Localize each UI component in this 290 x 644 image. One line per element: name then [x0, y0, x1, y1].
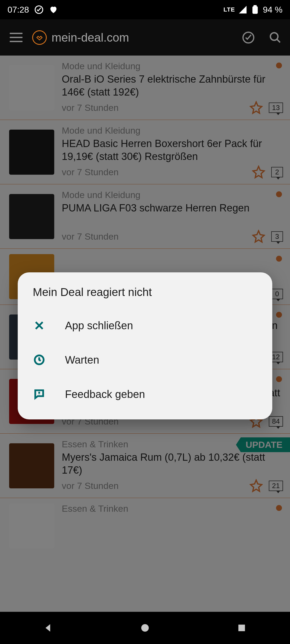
dialog-close-app[interactable]: App schließen	[18, 308, 272, 343]
battery-icon	[251, 5, 260, 14]
menu-button[interactable]	[8, 30, 24, 46]
search-button[interactable]	[266, 28, 285, 47]
status-right: LTE 94 %	[223, 5, 282, 15]
svg-rect-7	[238, 625, 245, 631]
dialog-wait[interactable]: Warten	[18, 343, 272, 377]
svg-rect-2	[254, 5, 256, 6]
back-button[interactable]	[42, 621, 55, 635]
dialog-label: Feedback geben	[65, 388, 145, 400]
system-navbar	[0, 612, 290, 644]
status-bar: 07:28 LTE 94 %	[0, 0, 290, 19]
signal-icon	[238, 5, 247, 14]
home-button[interactable]	[138, 621, 152, 635]
close-icon	[33, 319, 46, 332]
anr-dialog: Mein Deal reagiert nicht App schließen W…	[18, 272, 272, 419]
dialog-label: Warten	[65, 354, 99, 366]
brand-logo[interactable]: mein-deal.com	[32, 30, 129, 45]
svg-point-6	[141, 624, 149, 632]
svg-rect-1	[253, 7, 258, 13]
recents-button[interactable]	[235, 621, 248, 635]
network-label: LTE	[223, 6, 235, 13]
battery-label: 94 %	[263, 5, 282, 15]
svg-point-4	[270, 33, 278, 40]
feedback-icon	[33, 388, 46, 401]
checkmark-circle-icon	[34, 5, 44, 14]
check-circle-button[interactable]	[239, 28, 258, 47]
clock-icon	[33, 353, 46, 366]
status-left: 07:28	[8, 5, 58, 15]
deal-list[interactable]: Mode und Kleidung Oral-B iO Series 7 ele…	[0, 56, 290, 612]
app-bar: mein-deal.com	[0, 19, 290, 56]
dialog-feedback[interactable]: Feedback geben	[18, 377, 272, 411]
dialog-label: App schließen	[65, 320, 133, 332]
status-time: 07:28	[8, 5, 29, 15]
handshake-icon	[32, 30, 47, 45]
heart-icon	[49, 5, 58, 14]
dialog-title: Mein Deal reagiert nicht	[18, 286, 272, 308]
brand-text: mein-deal.com	[52, 31, 129, 44]
